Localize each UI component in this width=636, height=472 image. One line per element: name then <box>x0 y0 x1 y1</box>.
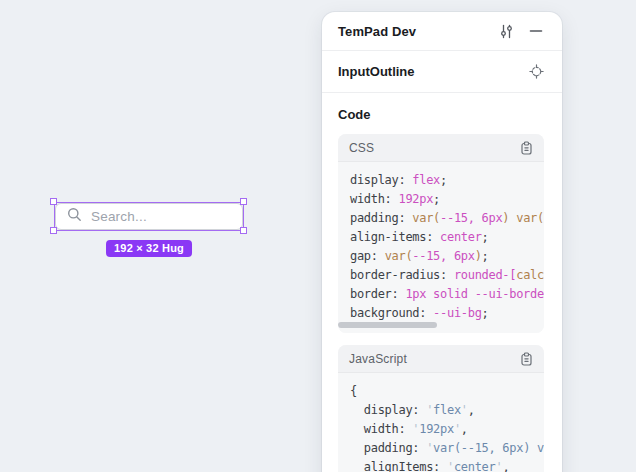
code-line: { <box>350 382 544 401</box>
code-line: display: flex; <box>350 171 544 190</box>
panel-body: Code CSS display: flex;width: 192px;padd… <box>322 93 562 472</box>
code-line: background: --ui-bg; <box>350 304 544 323</box>
code-line: padding: 'var(--15, 6px) var <box>350 439 544 458</box>
code-line: gap: var(--15, 6px); <box>350 247 544 266</box>
selected-node-name: InputOutline <box>338 64 525 79</box>
copy-icon[interactable] <box>520 352 533 366</box>
css-code-card: CSS display: flex;width: 192px;padding: … <box>338 134 544 333</box>
size-badge: 192 × 32 Hug <box>106 240 192 257</box>
css-card-title: CSS <box>349 141 520 155</box>
selection-handle-top-left[interactable] <box>50 198 57 205</box>
code-line: border: 1px solid --ui-border- <box>350 285 544 304</box>
css-card-header[interactable]: CSS <box>338 134 544 162</box>
selection-handle-top-right[interactable] <box>240 198 247 205</box>
code-line: alignItems: 'center', <box>350 458 544 472</box>
search-placeholder-text: Search... <box>91 209 147 224</box>
code-line: border-radius: rounded-[calc(v <box>350 266 544 285</box>
selection-handle-bottom-left[interactable] <box>50 227 57 234</box>
sliders-icon[interactable] <box>495 20 517 42</box>
code-section-label: Code <box>338 107 544 122</box>
code-line: width: '192px', <box>350 420 544 439</box>
js-card-title: JavaScript <box>349 352 520 366</box>
selected-node-row: InputOutline <box>322 51 562 93</box>
code-line: display: 'flex', <box>350 401 544 420</box>
js-code-card: JavaScript { display: 'flex', width: '19… <box>338 345 544 472</box>
code-line: align-items: center; <box>350 228 544 247</box>
target-icon[interactable] <box>525 61 547 83</box>
horizontal-scrollbar[interactable] <box>338 322 437 328</box>
tempad-dev-panel: TemPad Dev InputOutline <box>322 12 562 472</box>
js-code-area: { display: 'flex', width: '192px', paddi… <box>338 373 544 472</box>
panel-title: TemPad Dev <box>338 24 495 39</box>
panel-header: TemPad Dev <box>322 12 562 51</box>
search-input-component[interactable]: Search... <box>55 203 243 230</box>
figma-canvas: Search... 192 × 32 Hug TemPad Dev <box>0 0 636 472</box>
minimize-icon[interactable] <box>525 20 547 42</box>
code-line: width: 192px; <box>350 190 544 209</box>
copy-icon[interactable] <box>520 141 533 155</box>
js-card-header[interactable]: JavaScript <box>338 345 544 373</box>
code-line: padding: var(--15, 6px) var(-- <box>350 209 544 228</box>
selection-handle-bottom-right[interactable] <box>240 227 247 234</box>
search-icon <box>67 207 82 226</box>
css-code-area: display: flex;width: 192px;padding: var(… <box>338 162 544 333</box>
